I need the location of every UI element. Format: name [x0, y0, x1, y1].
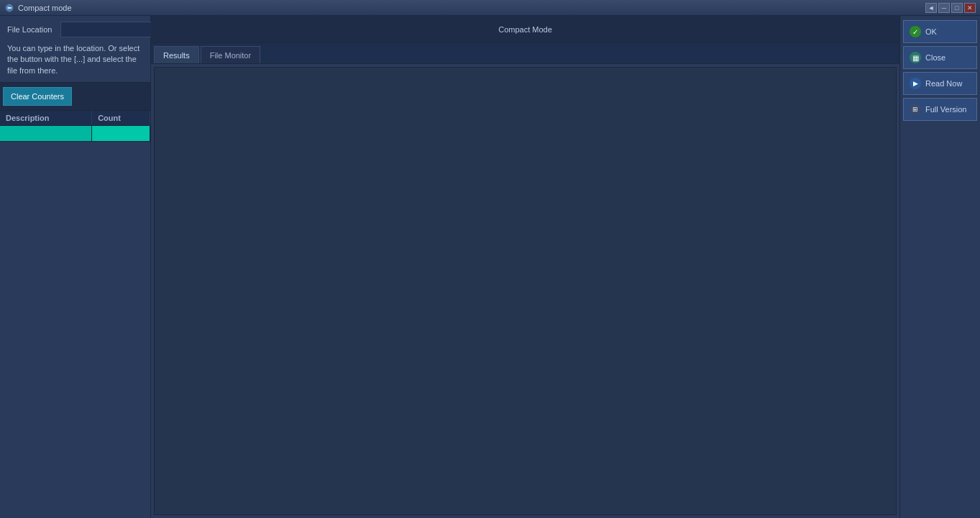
full-version-label: Full Version	[925, 105, 966, 114]
right-buttons-panel: ✓ OK ▦ Close ▶ Read Now ⊞ Full Version	[899, 16, 980, 518]
left-panel: File Location ... You can type in the lo…	[0, 16, 151, 518]
toolbar: Clear Counters	[0, 83, 150, 111]
title-controls: ◄ ─ □ ✕	[925, 3, 976, 13]
tab-results[interactable]: Results	[154, 46, 199, 63]
count-column-header: Count	[92, 111, 150, 126]
count-cell	[92, 126, 150, 142]
full-version-button[interactable]: ⊞ Full Version	[903, 98, 977, 121]
title-bar: Compact mode ◄ ─ □ ✕	[0, 0, 980, 16]
description-column-header: Description	[0, 111, 92, 126]
title-text: Compact mode	[18, 4, 925, 12]
results-content	[154, 67, 897, 515]
hint-text: You can type in the location. Or select …	[7, 43, 143, 76]
table-row	[0, 126, 150, 142]
data-table: Description Count	[0, 111, 150, 142]
tab-file-monitor[interactable]: File Monitor	[201, 46, 260, 63]
ok-label: OK	[925, 27, 937, 36]
full-version-icon: ⊞	[910, 104, 921, 115]
tabs-bar: Results File Monitor	[151, 43, 899, 64]
maximize-btn[interactable]: □	[951, 3, 963, 13]
compact-mode-label: Compact Mode	[498, 25, 552, 34]
ok-button[interactable]: ✓ OK	[903, 20, 977, 43]
close-label: Close	[925, 53, 945, 62]
ok-icon: ✓	[910, 26, 921, 37]
app-icon	[4, 3, 14, 13]
extra-control-btn[interactable]: ◄	[925, 3, 937, 13]
read-now-label: Read Now	[925, 79, 962, 88]
minimize-btn[interactable]: ─	[938, 3, 950, 13]
file-location-section: File Location ... You can type in the lo…	[0, 16, 150, 83]
clear-counters-button[interactable]: Clear Counters	[3, 87, 72, 106]
table-area: Description Count	[0, 111, 150, 518]
read-now-button[interactable]: ▶ Read Now	[903, 72, 977, 95]
center-panel: Compact Mode Results File Monitor	[151, 16, 899, 518]
close-icon: ▦	[910, 52, 921, 63]
workspace: File Location ... You can type in the lo…	[0, 16, 980, 518]
compact-mode-bar: Compact Mode	[151, 16, 899, 43]
close-button[interactable]: ▦ Close	[903, 46, 977, 69]
description-cell	[0, 126, 92, 142]
close-window-btn[interactable]: ✕	[964, 3, 976, 13]
file-location-label: File Location	[7, 25, 58, 34]
read-now-icon: ▶	[910, 78, 921, 89]
file-location-row: File Location ...	[7, 22, 143, 37]
